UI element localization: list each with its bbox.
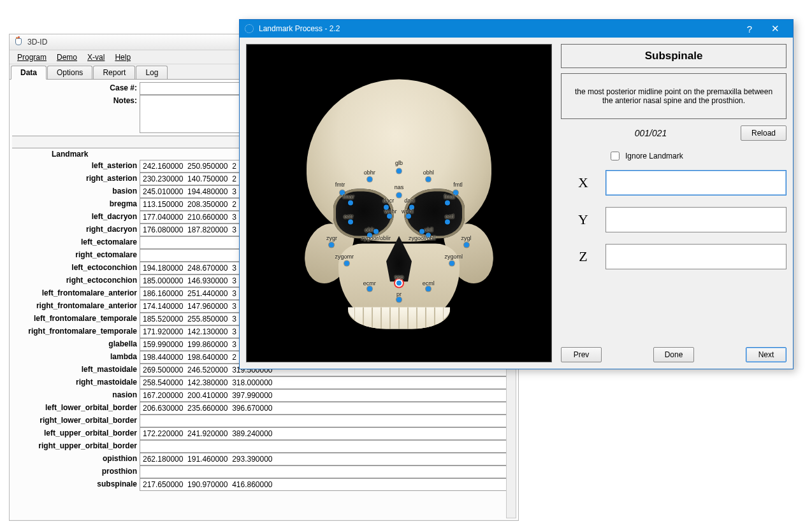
landmark-row: opisthion (12, 453, 516, 466)
landmark-row: right_upper_orbital_border (12, 440, 516, 453)
landmark-point-fmar[interactable] (348, 201, 353, 206)
dialog-close-button[interactable]: ✕ (762, 23, 788, 34)
landmark-point-zygl[interactable] (464, 242, 469, 247)
x-input[interactable] (605, 170, 787, 195)
skull-illustration: glbobhrobhlfmtrfmtlfmarfmalnasdacrdaclwn… (294, 64, 504, 332)
landmark-name-label: left_ectomalare (12, 236, 140, 249)
landmark-point-ectl[interactable] (445, 219, 450, 224)
landmark-point-fmtl[interactable] (453, 190, 458, 195)
prev-button[interactable]: Prev (561, 347, 602, 362)
landmark-value-input[interactable] (140, 478, 516, 491)
landmark-name-label: left_upper_orbital_border (12, 427, 140, 440)
landmark-name-label: left_asterion (12, 160, 140, 173)
landmark-name-label: bregma (12, 198, 140, 211)
reload-button[interactable]: Reload (741, 125, 787, 141)
landmark-row: subspinale (12, 478, 516, 491)
landmark-point-wnhr[interactable] (387, 214, 392, 219)
dialog-help-button[interactable]: ? (737, 24, 762, 34)
landmark-point-zygool_obll[interactable] (419, 229, 424, 234)
landmark-point-dacr[interactable] (384, 204, 389, 210)
tab-report[interactable]: Report (93, 66, 135, 79)
landmark-value-input[interactable] (140, 427, 516, 440)
menu-program[interactable]: Program (12, 52, 52, 63)
z-input[interactable] (605, 244, 787, 269)
landmark-point-zygomr[interactable] (344, 260, 349, 266)
main-window-title: 3D-ID (27, 38, 47, 46)
landmark-point-glb[interactable] (396, 169, 402, 174)
landmark-point-zygr[interactable] (329, 242, 334, 247)
landmark-name-label: right_ectomalare (12, 249, 140, 262)
landmark-name-label: right_dacryon (12, 224, 140, 236)
ignore-landmark-row[interactable]: Ignore Landmark (608, 150, 787, 162)
landmark-name-label: glabella (12, 338, 140, 351)
landmark-name-label: left_mastoidale (12, 364, 140, 376)
landmark-point-pr[interactable] (396, 297, 402, 302)
landmark-value-input[interactable] (140, 389, 516, 402)
tab-log[interactable]: Log (136, 66, 168, 79)
landmark-point-nas[interactable] (396, 192, 402, 197)
tab-data[interactable]: Data (11, 66, 47, 80)
menu-xval[interactable]: X-val (82, 52, 110, 63)
landmark-point-fmtr[interactable] (340, 190, 345, 195)
y-input[interactable] (605, 207, 787, 232)
landmark-point-zygoml[interactable] (449, 260, 454, 266)
landmark-point-obhl[interactable] (426, 176, 431, 181)
landmark-row: left_upper_orbital_border (12, 427, 516, 440)
landmark-name-label: right_ectoconchion (12, 274, 140, 287)
landmark-name-label: opisthion (12, 453, 140, 466)
landmark-name-label: subspinale (12, 478, 140, 491)
landmark-name-label: right_frontomalare_temporale (12, 325, 140, 338)
dialog-right-panel: Subspinale the most posterior midline po… (561, 44, 787, 362)
landmark-name-label: nasion (12, 389, 140, 402)
landmark-value-input[interactable] (140, 415, 516, 427)
menu-demo[interactable]: Demo (52, 52, 82, 63)
landmark-value-input[interactable] (140, 402, 516, 415)
landmark-point-ssp[interactable] (396, 281, 402, 286)
landmark-name-label: right_asterion (12, 173, 140, 185)
landmark-name-label: prosthion (12, 466, 140, 478)
menu-help[interactable]: Help (110, 52, 136, 63)
landmark-name-label: right_upper_orbital_border (12, 440, 140, 453)
progress-counter: 001/021 (561, 128, 741, 138)
tab-options[interactable]: Options (47, 66, 92, 79)
landmark-point-obhr[interactable] (367, 176, 372, 181)
landmark-point-obll[interactable] (426, 232, 431, 238)
landmark-name-label: left_frontomalare_anterior (12, 287, 140, 300)
landmark-point-ectr[interactable] (348, 219, 353, 224)
landmark-name-label: basion (12, 185, 140, 198)
landmark-row: right_lower_orbital_border (12, 415, 516, 427)
landmark-name-label: left_frontomalare_temporale (12, 313, 140, 325)
case-label: Case #: (12, 82, 140, 94)
landmark-point-ecml[interactable] (426, 286, 431, 291)
landmark-name-label: left_lower_orbital_border (12, 402, 140, 415)
x-label: X (561, 174, 605, 191)
next-button[interactable]: Next (746, 347, 787, 362)
landmark-description: the most posterior midline point on the … (561, 73, 787, 119)
dialog-title-bar[interactable]: Landmark Process - 2.2 ? ✕ (240, 20, 793, 38)
ignore-landmark-label: Ignore Landmark (625, 152, 683, 160)
done-button[interactable]: Done (653, 347, 694, 362)
landmark-point-fmal[interactable] (445, 201, 450, 206)
landmark-value-input[interactable] (140, 376, 516, 389)
landmark-point-wnhl[interactable] (406, 214, 411, 219)
ignore-landmark-checkbox[interactable] (611, 152, 620, 160)
landmark-point-ecmr[interactable] (367, 286, 372, 291)
dialog-title: Landmark Process - 2.2 (259, 24, 737, 33)
skull-image-panel[interactable]: glbobhrobhlfmtrfmtlfmarfmalnasdacrdaclwn… (246, 44, 552, 362)
landmark-row: right_mastoidale (12, 376, 516, 389)
landmark-value-input[interactable] (140, 453, 516, 466)
z-label: Z (561, 248, 605, 265)
landmark-name-label: right_frontomalare_anterior (12, 300, 140, 313)
landmark-row: nasion (12, 389, 516, 402)
dialog-app-icon (245, 24, 254, 33)
landmark-row: left_lower_orbital_border (12, 402, 516, 415)
landmark-point-oblr[interactable] (367, 232, 372, 238)
landmark-point-dacl[interactable] (409, 204, 414, 210)
landmark-name-label: lambda (12, 351, 140, 364)
landmark-name-label: right_mastoidale (12, 376, 140, 389)
landmark-name-heading: Subspinale (561, 44, 787, 68)
landmark-point-zygoor_oblir[interactable] (373, 229, 379, 234)
landmark-value-input[interactable] (140, 440, 516, 453)
notes-label: Notes: (12, 95, 140, 106)
landmark-value-input[interactable] (140, 466, 516, 478)
